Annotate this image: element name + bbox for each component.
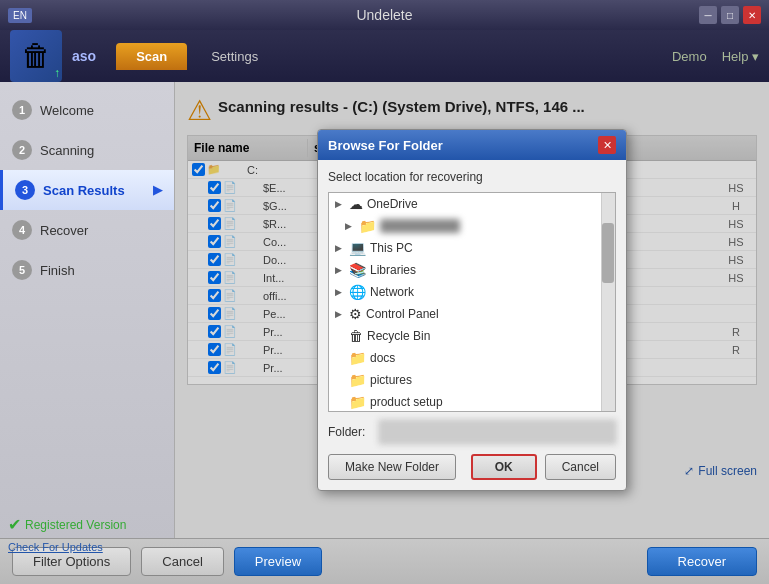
sidebar-item-welcome-label: Welcome bbox=[40, 103, 94, 118]
cancel-button[interactable]: Cancel bbox=[545, 454, 616, 480]
tree-item-user[interactable]: ▶ 📁 XXXXXXXXXX bbox=[329, 215, 615, 237]
tree-item-recyclebin-label: Recycle Bin bbox=[367, 329, 430, 343]
window-title: Undelete bbox=[356, 7, 412, 23]
app-icon: 🗑 ↑ bbox=[10, 30, 62, 82]
tree-expand-icon: ▶ bbox=[335, 287, 345, 297]
language-selector[interactable]: EN bbox=[8, 8, 32, 23]
sidebar-item-finish[interactable]: 5 Finish bbox=[0, 250, 174, 290]
libraries-icon: 📚 bbox=[349, 262, 366, 278]
main-content: 1 Welcome 2 Scanning 3 Scan Results ▶ 4 … bbox=[0, 82, 769, 538]
tree-item-productsetup[interactable]: ▶ 📁 product setup bbox=[329, 391, 615, 412]
sidebar-item-scan-results[interactable]: 3 Scan Results ▶ bbox=[0, 170, 174, 210]
bottom-bar: Filter Options Cancel Preview Recover bbox=[0, 538, 769, 584]
preview-button[interactable]: Preview bbox=[234, 547, 322, 576]
tree-expand-icon: ▶ bbox=[335, 265, 345, 275]
folder-label: Folder: bbox=[328, 425, 373, 439]
make-new-folder-button[interactable]: Make New Folder bbox=[328, 454, 456, 480]
check-updates-label[interactable]: Check For Updates bbox=[8, 541, 103, 553]
brand-name: aso bbox=[72, 48, 96, 64]
tree-item-network-label: Network bbox=[370, 285, 414, 299]
registered-label: Registered Version bbox=[25, 518, 126, 532]
folder-input-row: Folder: bbox=[328, 420, 616, 444]
close-button[interactable]: ✕ bbox=[743, 6, 761, 24]
content-area: ⚠ Scanning results - (C:) (System Drive)… bbox=[175, 82, 769, 538]
step-3-badge: 3 bbox=[15, 180, 35, 200]
tree-item-docs[interactable]: ▶ 📁 docs bbox=[329, 347, 615, 369]
dialog-close-button[interactable]: ✕ bbox=[598, 136, 616, 154]
sidebar-item-finish-label: Finish bbox=[40, 263, 75, 278]
tree-item-onedrive-label: OneDrive bbox=[367, 197, 418, 211]
tree-item-pictures[interactable]: ▶ 📁 pictures bbox=[329, 369, 615, 391]
title-bar: EN Undelete ─ □ ✕ bbox=[0, 0, 769, 30]
sidebar-item-scan-results-label: Scan Results bbox=[43, 183, 125, 198]
folder-icon: 📁 bbox=[359, 218, 376, 234]
tree-expand-icon: ▶ bbox=[335, 243, 345, 253]
tree-item-user-label: XXXXXXXXXX bbox=[380, 219, 460, 233]
menu-bar: 🗑 ↑ aso Scan Settings Demo Help ▾ bbox=[0, 30, 769, 82]
browse-folder-dialog: Browse For Folder ✕ Select location for … bbox=[317, 129, 627, 491]
tree-item-onedrive[interactable]: ▶ ☁ OneDrive bbox=[329, 193, 615, 215]
tree-item-controlpanel[interactable]: ▶ ⚙ Control Panel bbox=[329, 303, 615, 325]
menu-right: Demo Help ▾ bbox=[672, 49, 759, 64]
onedrive-icon: ☁ bbox=[349, 196, 363, 212]
dialog-body: Select location for recovering ▶ ☁ OneDr… bbox=[318, 160, 626, 490]
tree-item-controlpanel-label: Control Panel bbox=[366, 307, 439, 321]
tab-scan[interactable]: Scan bbox=[116, 43, 187, 70]
cancel-button[interactable]: Cancel bbox=[141, 547, 223, 576]
folder-icon: 📁 bbox=[349, 394, 366, 410]
folder-tree[interactable]: ▶ ☁ OneDrive ▶ 📁 XXXXXXXXXX ▶ bbox=[328, 192, 616, 412]
sidebar-item-scanning-label: Scanning bbox=[40, 143, 94, 158]
folder-icon: 📁 bbox=[349, 350, 366, 366]
tree-item-productsetup-label: product setup bbox=[370, 395, 443, 409]
scrollbar-thumb[interactable] bbox=[602, 223, 614, 283]
nav-tabs: Scan Settings bbox=[116, 43, 278, 70]
tree-expand-icon: ▶ bbox=[345, 221, 355, 231]
dialog-instruction: Select location for recovering bbox=[328, 170, 616, 184]
tree-item-network[interactable]: ▶ 🌐 Network bbox=[329, 281, 615, 303]
tree-item-docs-label: docs bbox=[370, 351, 395, 365]
tab-settings[interactable]: Settings bbox=[191, 43, 278, 70]
controlpanel-icon: ⚙ bbox=[349, 306, 362, 322]
dialog-overlay: Browse For Folder ✕ Select location for … bbox=[175, 82, 769, 538]
registered-area: ✔ Registered Version bbox=[8, 515, 126, 534]
check-updates-link[interactable]: Check For Updates bbox=[8, 539, 103, 554]
network-icon: 🌐 bbox=[349, 284, 366, 300]
sidebar-item-recover-label: Recover bbox=[40, 223, 88, 238]
folder-path-input[interactable] bbox=[379, 420, 616, 444]
tree-item-pictures-label: pictures bbox=[370, 373, 412, 387]
help-menu[interactable]: Help ▾ bbox=[722, 49, 759, 64]
sidebar-item-scanning[interactable]: 2 Scanning bbox=[0, 130, 174, 170]
tree-expand-icon: ▶ bbox=[335, 309, 345, 319]
window-controls: ─ □ ✕ bbox=[699, 6, 761, 24]
folder-icon: 📁 bbox=[349, 372, 366, 388]
ok-button[interactable]: OK bbox=[471, 454, 537, 480]
minimize-button[interactable]: ─ bbox=[699, 6, 717, 24]
tree-item-thispc[interactable]: ▶ 💻 This PC bbox=[329, 237, 615, 259]
tree-item-libraries-label: Libraries bbox=[370, 263, 416, 277]
tree-item-recyclebin[interactable]: ▶ 🗑 Recycle Bin bbox=[329, 325, 615, 347]
dialog-title-bar: Browse For Folder ✕ bbox=[318, 130, 626, 160]
dialog-buttons: Make New Folder OK Cancel bbox=[328, 454, 616, 480]
recyclebin-icon: 🗑 bbox=[349, 328, 363, 344]
tree-item-thispc-label: This PC bbox=[370, 241, 413, 255]
step-4-badge: 4 bbox=[12, 220, 32, 240]
computer-icon: 💻 bbox=[349, 240, 366, 256]
recover-button[interactable]: Recover bbox=[647, 547, 757, 576]
tree-expand-icon: ▶ bbox=[335, 199, 345, 209]
sidebar: 1 Welcome 2 Scanning 3 Scan Results ▶ 4 … bbox=[0, 82, 175, 538]
maximize-button[interactable]: □ bbox=[721, 6, 739, 24]
sidebar-item-recover[interactable]: 4 Recover bbox=[0, 210, 174, 250]
tree-item-libraries[interactable]: ▶ 📚 Libraries bbox=[329, 259, 615, 281]
dialog-title: Browse For Folder bbox=[328, 138, 443, 153]
step-5-badge: 5 bbox=[12, 260, 32, 280]
demo-menu[interactable]: Demo bbox=[672, 49, 707, 64]
sidebar-arrow-icon: ▶ bbox=[153, 183, 162, 197]
step-1-badge: 1 bbox=[12, 100, 32, 120]
step-2-badge: 2 bbox=[12, 140, 32, 160]
sidebar-item-welcome[interactable]: 1 Welcome bbox=[0, 90, 174, 130]
registered-icon: ✔ bbox=[8, 515, 21, 534]
scrollbar-track[interactable] bbox=[601, 193, 615, 411]
